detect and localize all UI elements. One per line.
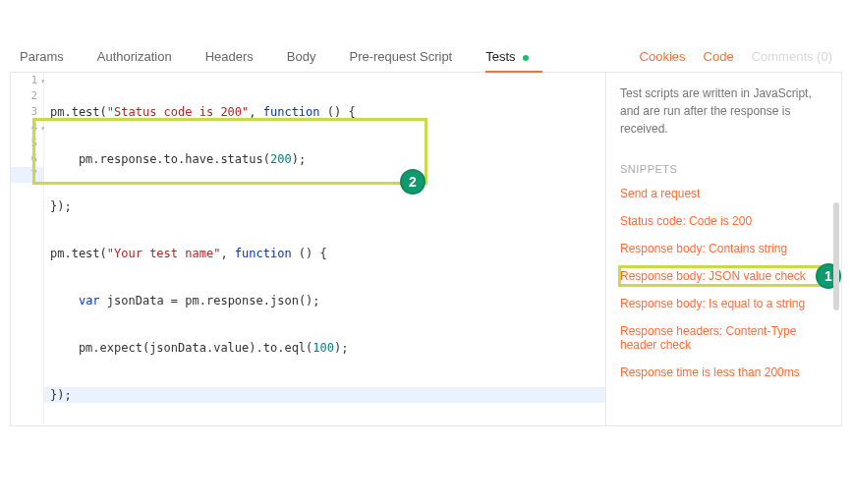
modified-dot-icon xyxy=(523,55,529,61)
comments-link[interactable]: Comments (0) xyxy=(752,49,832,64)
snippet-send-request[interactable]: Send a request xyxy=(620,187,831,200)
tab-params[interactable]: Params xyxy=(20,49,64,64)
tab-tests[interactable]: Tests xyxy=(485,49,529,64)
tab-pre-request[interactable]: Pre-request Script xyxy=(349,49,452,64)
tab-tests-label: Tests xyxy=(485,49,515,64)
line-number: 3 xyxy=(30,105,37,118)
snippet-status-200[interactable]: Status code: Code is 200 xyxy=(620,214,831,228)
tab-authorization[interactable]: Authorization xyxy=(97,49,172,64)
snippets-heading: SNIPPETS xyxy=(620,163,831,175)
snippet-body-contains[interactable]: Response body: Contains string xyxy=(620,242,831,255)
snippet-json-value-check[interactable]: Response body: JSON value check 1 xyxy=(620,269,831,283)
snippet-body-equal[interactable]: Response body: Is equal to a string xyxy=(620,297,831,310)
line-number: 4 xyxy=(30,121,37,134)
tab-body[interactable]: Body xyxy=(287,49,316,64)
request-tabs: Params Authorization Headers Body Pre-re… xyxy=(10,49,842,73)
line-number: 6 xyxy=(30,152,37,165)
code-link[interactable]: Code xyxy=(704,49,734,64)
snippets-panel: Test scripts are written in JavaScript, … xyxy=(606,73,842,426)
scrollbar[interactable] xyxy=(833,202,839,310)
line-number: 5 xyxy=(30,137,37,149)
line-number: 7 xyxy=(30,168,37,181)
tab-headers[interactable]: Headers xyxy=(205,49,254,64)
tests-code-editor[interactable]: 1▾ 2 3 4▾ 5 6 7 pm.test("Status code is … xyxy=(10,73,606,426)
line-number: 2 xyxy=(30,89,37,102)
snippets-description: Test scripts are written in JavaScript, … xyxy=(620,84,831,138)
code-content[interactable]: pm.test("Status code is 200", function (… xyxy=(44,73,605,434)
editor-gutter: 1▾ 2 3 4▾ 5 6 7 xyxy=(11,73,44,425)
snippet-time-200ms[interactable]: Response time is less than 200ms xyxy=(620,365,831,379)
snippet-header-check[interactable]: Response headers: Content-Type header ch… xyxy=(620,324,831,352)
cookies-link[interactable]: Cookies xyxy=(640,49,686,64)
line-number: 1 xyxy=(30,74,37,86)
